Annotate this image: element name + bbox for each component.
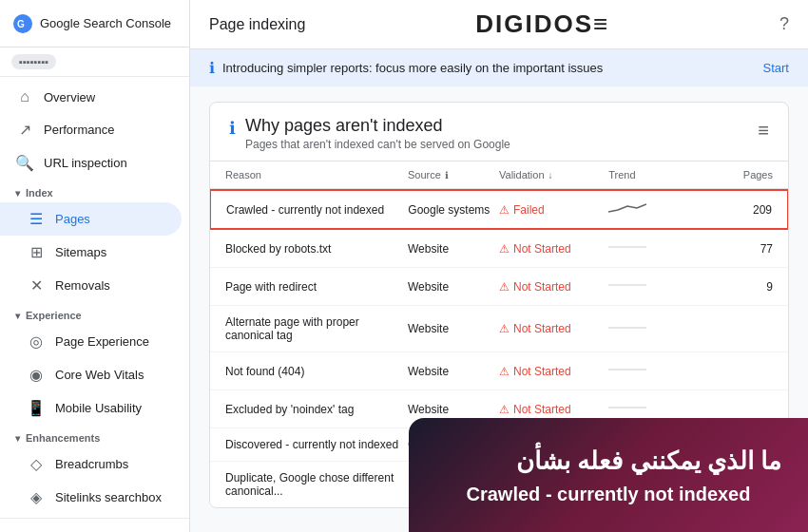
- cell-trend: [608, 277, 718, 295]
- section-title: Why pages aren't indexed: [245, 116, 510, 136]
- sidebar-item-overview[interactable]: ⌂ Overview: [0, 81, 182, 113]
- index-section-label: ▾ Index: [0, 180, 189, 202]
- col-header-trend: Trend: [608, 169, 718, 180]
- col-header-source: Source ℹ: [408, 169, 499, 180]
- table-row[interactable]: Blocked by robots.txt Website ⚠ Not Star…: [210, 230, 788, 268]
- sidebar-item-mobile-usability[interactable]: 📱 Mobile Usability: [0, 391, 182, 425]
- trend-chart: [608, 239, 646, 255]
- cell-validation: ⚠ Not Started: [499, 322, 608, 335]
- failed-icon: ⚠: [499, 203, 510, 217]
- enhancements-section-label: ▾ Enhancements: [0, 425, 189, 447]
- sidebar-item-sitelinks-label: Sitelinks searchbox: [55, 490, 162, 504]
- cell-trend: [608, 362, 718, 380]
- cell-source: Website: [408, 365, 499, 378]
- main-content: Page indexing DIGIDOS≡ ? ℹ Introducing s…: [190, 0, 808, 532]
- home-icon: ⌂: [15, 88, 34, 105]
- sidebar-item-removals-label: Removals: [55, 278, 110, 293]
- help-icon[interactable]: ?: [779, 14, 789, 34]
- cell-validation: ⚠ Not Started: [499, 403, 608, 416]
- sidebar-item-url-inspection[interactable]: 🔍 URL inspection: [0, 146, 182, 180]
- section-title-area: ℹ Why pages aren't indexed Pages that ar…: [229, 116, 510, 151]
- sidebar-item-pages[interactable]: ☰ Pages: [0, 202, 182, 236]
- core-web-vitals-icon: ◉: [27, 366, 46, 384]
- sidebar-item-removals[interactable]: ✕ Removals: [0, 269, 182, 302]
- trend-chart: [608, 362, 646, 377]
- experience-arrow-icon: ▾: [15, 311, 20, 321]
- cell-validation: ⚠ Not Started: [499, 365, 608, 378]
- banner-text: Introducing simpler reports: focus more …: [222, 61, 603, 75]
- sidebar-item-sitemaps[interactable]: ⊞ Sitemaps: [0, 236, 182, 269]
- sidebar-item-overview-label: Overview: [44, 90, 95, 104]
- status-badge: ⚠ Not Started: [499, 242, 571, 256]
- table-row[interactable]: Not found (404) Website ⚠ Not Started: [210, 352, 788, 390]
- sidebar-item-sitelinks-searchbox[interactable]: ◈ Sitelinks searchbox: [0, 481, 182, 514]
- trend-chart: [608, 200, 646, 216]
- sidebar-account: ▪▪▪▪▪▪▪▪: [0, 48, 189, 77]
- enhancements-arrow-icon: ▾: [15, 433, 20, 444]
- status-badge: ⚠ Not Started: [499, 280, 571, 294]
- table-row[interactable]: Crawled - currently not indexed Google s…: [209, 189, 789, 230]
- security-section: ▸ Security & Manual Actions ▸ Legacy too…: [0, 518, 189, 532]
- trend-chart: [608, 400, 646, 415]
- sitemaps-icon: ⊞: [27, 243, 46, 261]
- col-header-pages: Pages: [718, 169, 773, 180]
- breadcrumbs-icon: ◇: [27, 455, 46, 473]
- cell-validation: ⚠ Not Started: [499, 280, 608, 294]
- not-started-icon: ⚠: [499, 280, 510, 294]
- table-row[interactable]: Page with redirect Website ⚠ Not Started…: [210, 268, 788, 306]
- trend-chart: [608, 277, 646, 293]
- info-banner: ℹ Introducing simpler reports: focus mor…: [190, 49, 808, 86]
- account-name: ▪▪▪▪▪▪▪▪: [11, 54, 56, 69]
- cell-reason: Excluded by 'noindex' tag: [225, 403, 408, 416]
- sidebar-item-breadcrumbs[interactable]: ◇ Breadcrumbs: [0, 447, 182, 481]
- mobile-usability-icon: 📱: [27, 399, 46, 417]
- status-badge: ⚠ Not Started: [499, 403, 571, 416]
- overlay-card: ما الذي يمكنني فعله بشأن Crawled - curre…: [409, 418, 808, 532]
- banner-link[interactable]: Start: [763, 61, 789, 75]
- cell-validation: ⚠ Failed: [499, 203, 608, 217]
- sidebar-item-performance[interactable]: ↗ Performance: [0, 113, 182, 146]
- sidebar-nav: ⌂ Overview ↗ Performance 🔍 URL inspectio…: [0, 77, 189, 532]
- page-section-header: ℹ Why pages aren't indexed Pages that ar…: [209, 102, 789, 162]
- status-badge: ⚠ Not Started: [499, 322, 571, 335]
- content-area: ℹ Why pages aren't indexed Pages that ar…: [190, 86, 808, 532]
- cell-pages: 209: [718, 203, 772, 217]
- svg-text:G: G: [17, 19, 25, 29]
- overlay-english-text: Crawled - currently not indexed: [435, 484, 781, 505]
- trend-chart: [608, 320, 646, 335]
- status-badge: ⚠ Failed: [499, 203, 545, 217]
- cell-reason: Duplicate, Google chose different canoni…: [225, 471, 408, 498]
- sidebar-item-mobile-usability-label: Mobile Usability: [55, 401, 142, 415]
- sitelinks-icon: ◈: [27, 488, 46, 506]
- cell-pages: 9: [718, 280, 773, 294]
- cell-source: Website: [408, 322, 499, 335]
- page-title: Page indexing: [209, 16, 305, 33]
- page-experience-icon: ◎: [27, 332, 46, 351]
- security-section-label: ▸ Security & Manual Actions: [0, 522, 189, 532]
- sidebar-item-sitemaps-label: Sitemaps: [55, 245, 106, 259]
- cell-source: Google systems: [408, 203, 499, 217]
- filter-icon[interactable]: ≡: [758, 120, 769, 142]
- cell-reason: Crawled - currently not indexed: [226, 203, 408, 217]
- sidebar-item-performance-label: Performance: [44, 123, 114, 137]
- cell-source: Website: [408, 280, 499, 294]
- table-row[interactable]: Alternate page with proper canonical tag…: [210, 306, 788, 352]
- topbar: Page indexing DIGIDOS≡ ?: [190, 0, 808, 49]
- cell-reason: Discovered - currently not indexed: [225, 438, 408, 451]
- sidebar-item-url-inspection-label: URL inspection: [44, 156, 127, 170]
- cell-trend: [608, 239, 718, 257]
- sidebar-item-core-web-vitals[interactable]: ◉ Core Web Vitals: [0, 358, 182, 391]
- source-info-icon: ℹ: [445, 170, 449, 180]
- sidebar-header: G Google Search Console: [0, 0, 189, 48]
- sidebar-item-breadcrumbs-label: Breadcrumbs: [55, 457, 128, 471]
- cell-source: Website: [408, 242, 499, 256]
- status-badge: ⚠ Not Started: [499, 365, 571, 378]
- table-header: Reason Source ℹ Validation ↓ Trend Pages: [210, 162, 788, 189]
- section-title-block: Why pages aren't indexed Pages that aren…: [245, 116, 510, 151]
- cell-trend: [608, 200, 718, 218]
- sidebar-item-page-experience[interactable]: ◎ Page Experience: [0, 325, 182, 358]
- col-header-reason: Reason: [225, 169, 408, 180]
- sidebar: G Google Search Console ▪▪▪▪▪▪▪▪ ⌂ Overv…: [0, 0, 190, 532]
- cell-reason: Alternate page with proper canonical tag: [225, 315, 408, 342]
- cell-reason: Not found (404): [225, 365, 408, 378]
